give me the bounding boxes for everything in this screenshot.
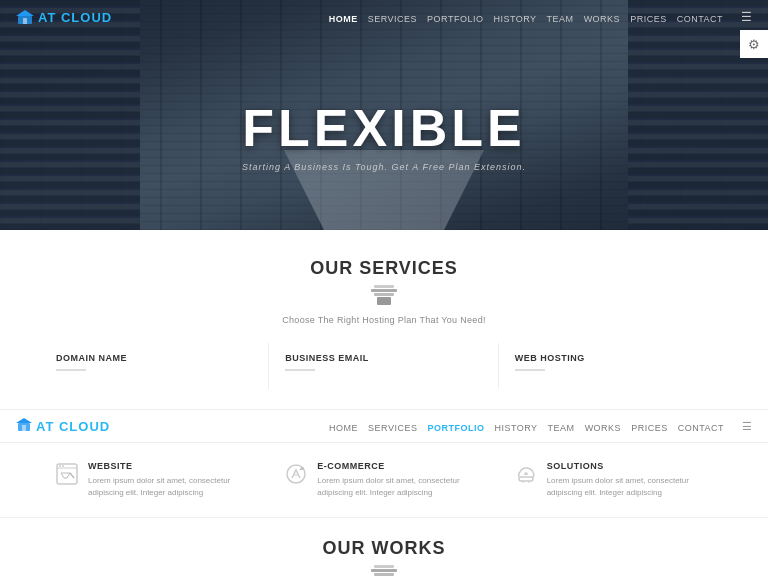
- nav-history[interactable]: HISTORY: [493, 8, 536, 26]
- logo[interactable]: AT CLOUD: [16, 10, 112, 25]
- nav2-team[interactable]: TEAM: [548, 417, 575, 435]
- svg-rect-6: [377, 297, 391, 305]
- logo2[interactable]: AT CLOUD: [16, 418, 110, 434]
- svg-rect-5: [374, 293, 394, 296]
- hamburger-menu-2[interactable]: ☰: [742, 420, 752, 433]
- services-title: OUR SERVICES: [40, 258, 728, 279]
- svg-rect-16: [374, 565, 394, 568]
- service-divider-2: [285, 369, 315, 371]
- nav-links: HOME SERVICES PORTFOLIO HISTORY TEAM WOR…: [329, 8, 752, 26]
- hero-title: FLEXIBLE: [242, 102, 525, 154]
- service-hosting: WEB HOSTING: [499, 343, 728, 389]
- nav-team[interactable]: TEAM: [547, 8, 574, 26]
- svg-marker-1: [16, 10, 34, 16]
- hero-section: AT CLOUD HOME SERVICES PORTFOLIO HISTORY…: [0, 0, 768, 230]
- services-section: OUR SERVICES Choose The Right Hosting Pl…: [0, 230, 768, 409]
- nav2-home[interactable]: HOME: [329, 417, 358, 435]
- nav-services[interactable]: SERVICES: [368, 8, 417, 26]
- svg-rect-15: [519, 477, 533, 481]
- service-ecommerce-content: E-COMMERCE Lorem ipsum dolor sit amet, c…: [317, 461, 482, 499]
- service-email: BUSINESS EMAIL: [269, 343, 498, 389]
- service-divider-3: [515, 369, 545, 371]
- service-hosting-title: WEB HOSTING: [515, 353, 712, 363]
- nav2-prices[interactable]: PRICES: [631, 417, 668, 435]
- svg-rect-17: [371, 569, 397, 572]
- services-description: Choose The Right Hosting Plan That You N…: [40, 315, 728, 325]
- nav-home[interactable]: HOME: [329, 8, 358, 26]
- svg-rect-3: [374, 285, 394, 288]
- services-icon: [40, 285, 728, 309]
- gear-button[interactable]: ⚙: [740, 30, 768, 58]
- secondary-navbar: AT CLOUD HOME SERVICES PORTFOLIO HISTORY…: [0, 409, 768, 443]
- svg-rect-2: [23, 18, 27, 24]
- works-section: OUR WORKS Show Amazing Your Works: [0, 517, 768, 576]
- service-domain: DOMAIN NAME: [40, 343, 269, 389]
- service-ecommerce-text: Lorem ipsum dolor sit amet, consectetur …: [317, 475, 482, 499]
- nav2-portfolio[interactable]: PORTFOLIO: [427, 417, 484, 435]
- service-website-content: WEBSITE Lorem ipsum dolor sit amet, cons…: [88, 461, 253, 499]
- website-icon: [56, 463, 78, 490]
- nav2-history[interactable]: HISTORY: [494, 417, 537, 435]
- hero-content: FLEXIBLE Starting A Business Is Tough. G…: [0, 34, 768, 230]
- service-solutions: SOLUTIONS Lorem ipsum dolor sit amet, co…: [499, 453, 728, 507]
- nav-prices[interactable]: PRICES: [630, 8, 667, 26]
- service-solutions-content: SOLUTIONS Lorem ipsum dolor sit amet, co…: [547, 461, 712, 499]
- services-grid-row2: WEBSITE Lorem ipsum dolor sit amet, cons…: [0, 443, 768, 517]
- svg-point-11: [59, 465, 61, 467]
- nav-contact[interactable]: CONTACT: [677, 8, 723, 26]
- svg-rect-4: [371, 289, 397, 292]
- logo-text: AT CLOUD: [38, 10, 112, 25]
- nav-portfolio[interactable]: PORTFOLIO: [427, 8, 483, 26]
- service-email-title: BUSINESS EMAIL: [285, 353, 481, 363]
- nav-works[interactable]: WORKS: [584, 8, 621, 26]
- service-solutions-title: SOLUTIONS: [547, 461, 712, 471]
- ecommerce-icon: [285, 463, 307, 490]
- service-website-title: WEBSITE: [88, 461, 253, 471]
- svg-point-12: [62, 465, 64, 467]
- solutions-icon: [515, 463, 537, 490]
- nav2-services[interactable]: SERVICES: [368, 417, 417, 435]
- nav2-works[interactable]: WORKS: [585, 417, 622, 435]
- primary-navbar: AT CLOUD HOME SERVICES PORTFOLIO HISTORY…: [0, 0, 768, 34]
- nav2-links: HOME SERVICES PORTFOLIO HISTORY TEAM WOR…: [329, 417, 752, 435]
- services-grid-row1: DOMAIN NAME BUSINESS EMAIL WEB HOSTING: [40, 343, 728, 389]
- logo2-text: AT CLOUD: [36, 419, 110, 434]
- works-icon: [40, 565, 728, 576]
- service-divider: [56, 369, 86, 371]
- hamburger-menu[interactable]: ☰: [741, 10, 752, 24]
- works-title: OUR WORKS: [40, 538, 728, 559]
- service-ecommerce: E-COMMERCE Lorem ipsum dolor sit amet, c…: [269, 453, 498, 507]
- service-solutions-text: Lorem ipsum dolor sit amet, consectetur …: [547, 475, 712, 499]
- svg-rect-9: [22, 425, 26, 431]
- service-website-text: Lorem ipsum dolor sit amet, consectetur …: [88, 475, 253, 499]
- svg-marker-8: [16, 418, 32, 423]
- service-domain-title: DOMAIN NAME: [56, 353, 252, 363]
- logo-icon: [16, 10, 34, 24]
- service-website: WEBSITE Lorem ipsum dolor sit amet, cons…: [40, 453, 269, 507]
- hero-subtitle: Starting A Business Is Tough. Get A Free…: [242, 162, 526, 172]
- nav2-contact[interactable]: CONTACT: [678, 417, 724, 435]
- service-ecommerce-title: E-COMMERCE: [317, 461, 482, 471]
- logo2-icon: [16, 418, 32, 434]
